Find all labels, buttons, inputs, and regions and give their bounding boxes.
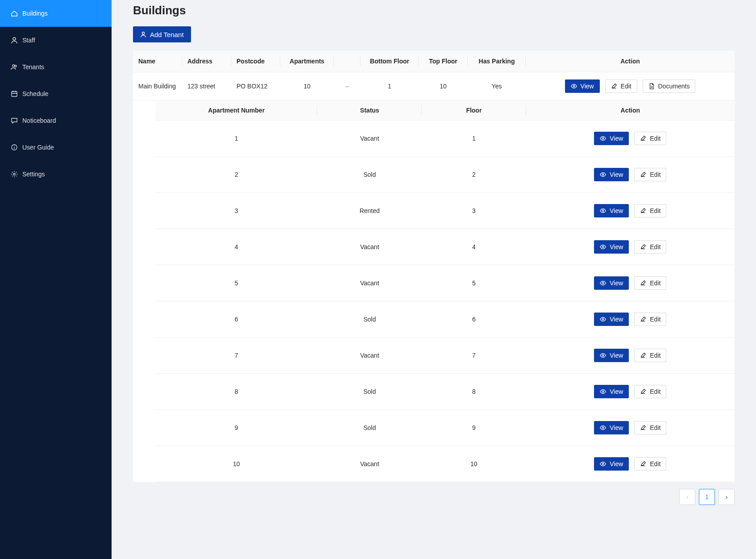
sidebar-item-label: Settings <box>22 171 45 178</box>
expand-toggle[interactable]: – <box>334 72 361 100</box>
view-label: View <box>610 171 623 178</box>
view-apartment-button[interactable]: View <box>594 240 629 254</box>
eye-icon <box>600 208 606 214</box>
page-title: Buildings <box>133 4 735 17</box>
eye-icon <box>600 425 606 431</box>
edit-apartment-button[interactable]: Edit <box>634 132 666 145</box>
building-actions: View Edit Documents <box>526 72 735 100</box>
edit-icon <box>640 280 646 286</box>
sidebar-item-tenants[interactable]: Tenants <box>0 54 112 80</box>
view-apartment-button[interactable]: View <box>594 204 629 217</box>
sidebar-item-label: User Guide <box>22 144 54 151</box>
edit-label: Edit <box>650 280 660 286</box>
eye-icon <box>600 388 606 395</box>
apartment-status: Sold <box>317 374 422 410</box>
apartment-row: 6Sold6View Edit <box>155 301 735 338</box>
edit-apartment-button[interactable]: Edit <box>634 313 666 326</box>
building-address: 123 street <box>182 72 231 100</box>
eye-icon <box>600 244 606 250</box>
edit-icon <box>640 352 646 359</box>
edit-apartment-button[interactable]: Edit <box>634 204 666 217</box>
apartment-actions: View Edit <box>526 374 735 410</box>
edit-label: Edit <box>650 425 660 431</box>
view-apartment-button[interactable]: View <box>594 313 629 326</box>
apartment-number: 2 <box>155 157 317 193</box>
view-building-button[interactable]: View <box>565 79 600 93</box>
apartment-status: Vacant <box>317 121 422 157</box>
col-apartments: Apartments <box>280 50 334 72</box>
col-has-parking: Has Parking <box>468 50 526 72</box>
apartment-floor: 4 <box>422 229 526 265</box>
edit-apartment-button[interactable]: Edit <box>634 457 666 471</box>
apartment-number: 3 <box>155 193 317 229</box>
apartment-floor: 5 <box>422 265 526 301</box>
apartment-floor: 6 <box>422 301 526 338</box>
eye-icon <box>600 352 606 359</box>
view-label: View <box>581 83 594 89</box>
add-tenant-button[interactable]: Add Tenant <box>133 26 191 42</box>
documents-building-button[interactable]: Documents <box>643 79 696 93</box>
documents-label: Documents <box>658 83 690 89</box>
apartment-number: 9 <box>155 410 317 446</box>
sidebar-item-user-guide[interactable]: User Guide <box>0 134 112 161</box>
view-apartment-button[interactable]: View <box>594 349 629 362</box>
sidebar-item-label: Staff <box>22 37 35 44</box>
view-apartment-button[interactable]: View <box>594 276 629 290</box>
apartment-floor: 3 <box>422 193 526 229</box>
apartment-actions: View Edit <box>526 157 735 193</box>
building-has-parking: Yes <box>468 72 526 100</box>
edit-apartment-button[interactable]: Edit <box>634 349 666 362</box>
edit-icon <box>640 208 646 214</box>
apartment-row: 2Sold2View Edit <box>155 157 735 193</box>
edit-icon <box>640 388 646 395</box>
apartment-row: 10Vacant10View Edit <box>155 446 735 482</box>
col-top-floor: Top Floor <box>419 50 468 72</box>
view-apartment-button[interactable]: View <box>594 457 629 471</box>
edit-apartment-button[interactable]: Edit <box>634 168 666 181</box>
eye-icon <box>600 171 606 178</box>
view-label: View <box>610 461 623 467</box>
edit-label: Edit <box>650 352 660 359</box>
view-apartment-button[interactable]: View <box>594 168 629 181</box>
edit-apartment-button[interactable]: Edit <box>634 421 666 434</box>
minus-icon: – <box>345 83 349 90</box>
sidebar-item-schedule[interactable]: Schedule <box>0 80 112 107</box>
eye-icon <box>600 280 606 286</box>
chevron-left-icon: ‹ <box>686 493 689 501</box>
edit-apartment-button[interactable]: Edit <box>634 385 666 398</box>
col-name: Name <box>133 50 182 72</box>
edit-icon <box>640 316 646 322</box>
edit-apartment-button[interactable]: Edit <box>634 276 666 290</box>
chat-icon <box>11 117 18 124</box>
apartment-actions: View Edit <box>526 193 735 229</box>
view-label: View <box>610 316 623 322</box>
pagination: ‹ 1 › <box>133 489 735 505</box>
next-page-button[interactable]: › <box>719 489 735 505</box>
edit-label: Edit <box>650 461 660 467</box>
view-label: View <box>610 244 623 250</box>
apartment-status: Sold <box>317 301 422 338</box>
col-expand <box>334 50 361 72</box>
apartment-status: Sold <box>317 410 422 446</box>
view-apartment-button[interactable]: View <box>594 132 629 145</box>
eye-icon <box>600 135 606 142</box>
col-inner-action: Action <box>526 100 735 121</box>
edit-icon <box>640 461 646 467</box>
view-apartment-button[interactable]: View <box>594 421 629 434</box>
sidebar-item-noticeboard[interactable]: Noticeboard <box>0 107 112 134</box>
apartment-number: 7 <box>155 338 317 374</box>
sidebar-item-staff[interactable]: Staff <box>0 27 112 54</box>
apartment-row: 5Vacant5View Edit <box>155 265 735 301</box>
view-apartment-button[interactable]: View <box>594 385 629 398</box>
sidebar-item-settings[interactable]: Settings <box>0 161 112 188</box>
edit-building-button[interactable]: Edit <box>605 79 637 93</box>
page-1-button[interactable]: 1 <box>699 489 715 505</box>
edit-apartment-button[interactable]: Edit <box>634 240 666 254</box>
buildings-table: Name Address Postcode Apartments Bottom … <box>133 50 735 483</box>
sidebar-item-label: Buildings <box>22 10 48 17</box>
apartment-floor: 8 <box>422 374 526 410</box>
sidebar-item-buildings[interactable]: Buildings <box>0 0 112 27</box>
edit-icon <box>611 83 617 89</box>
prev-page-button[interactable]: ‹ <box>679 489 695 505</box>
building-apartments: 10 <box>280 72 334 100</box>
